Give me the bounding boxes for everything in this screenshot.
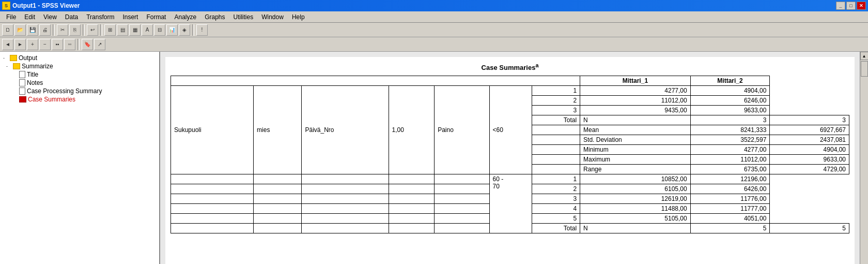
g2-m1-2: 6105,00 [580, 184, 691, 194]
model-button[interactable]: ◈ [179, 24, 190, 36]
goto-button[interactable]: ↗ [94, 39, 105, 50]
menu-analyze[interactable]: Analyze [170, 12, 200, 22]
tree-item-case-processing[interactable]: Case Processing Summary [2, 87, 157, 95]
title-bar-buttons[interactable]: _ □ ✕ [836, 2, 866, 10]
m2-3: 9633,00 [690, 106, 770, 115]
tree-item-title[interactable]: Title [2, 70, 157, 79]
paiva-cell: Päivä_Nro [302, 86, 389, 174]
tree-item-case-summaries[interactable]: Case Summaries [2, 95, 157, 104]
back-button[interactable]: ◄ [2, 39, 13, 50]
doc-icon [19, 79, 25, 86]
m1-2: 11012,00 [580, 96, 691, 106]
maximize-button[interactable]: □ [846, 2, 856, 10]
content-area: Case Summariesa Mittari_1 Mittari_2 Suku… [165, 57, 855, 264]
m1-3: 9435,00 [580, 106, 691, 115]
bookmark-button[interactable]: 🔖 [82, 39, 93, 50]
g2-m1-5: 5105,00 [580, 214, 691, 224]
chart-button[interactable]: 📊 [166, 24, 178, 36]
menu-view[interactable]: View [39, 12, 61, 22]
scroll-up-button[interactable]: ▲ [860, 52, 869, 60]
menu-insert[interactable]: Insert [118, 12, 142, 22]
m1-1: 4277,00 [580, 86, 691, 96]
menu-edit[interactable]: Edit [20, 12, 39, 22]
undo-button[interactable]: ↩ [87, 24, 98, 36]
tree-item-notes[interactable]: Notes [2, 79, 157, 87]
g2-m2-5: 4051,00 [690, 214, 770, 224]
close-button[interactable]: ✕ [857, 2, 866, 10]
copy-button[interactable]: ⎘ [69, 24, 81, 36]
hide-titles-button[interactable]: ▫▫ [64, 39, 75, 50]
empty-cell [532, 145, 580, 155]
draft-button[interactable]: ▤ [117, 24, 128, 36]
empty-cell [435, 204, 489, 214]
empty-cell [389, 194, 435, 204]
outline-button[interactable]: ▦ [129, 24, 141, 36]
empty-cell [302, 224, 389, 233]
stat-n: N [580, 115, 691, 125]
g2-stat-n: N [580, 224, 691, 233]
title-bar-left: S Output1 - SPSS Viewer [2, 2, 80, 10]
g2-m2-3: 11776,00 [690, 194, 770, 204]
menu-transform[interactable]: Transform [82, 12, 118, 22]
g2-m1-1: 10852,00 [580, 174, 691, 184]
sep4 [192, 24, 194, 36]
empty-cell [435, 224, 489, 233]
empty-paiva [302, 174, 389, 184]
menu-file[interactable]: File [2, 12, 20, 22]
collapse-button[interactable]: − [39, 39, 51, 50]
stat-stddev: Std. Deviation [580, 135, 691, 145]
menu-help[interactable]: Help [288, 12, 309, 22]
forward-button[interactable]: ► [14, 39, 26, 50]
empty-cell [435, 214, 489, 224]
menu-graphs[interactable]: Graphs [200, 12, 229, 22]
right-panel[interactable]: Case Summariesa Mittari_1 Mittari_2 Suku… [160, 52, 860, 264]
minimize-button[interactable]: _ [836, 2, 845, 10]
expand-button[interactable]: + [27, 39, 38, 50]
menu-data[interactable]: Data [61, 12, 82, 22]
exclaim-button[interactable]: ! [196, 24, 208, 36]
empty-cell [254, 184, 302, 194]
right-scrollbar[interactable]: ▲ [860, 52, 868, 264]
mies-cell: mies [254, 86, 302, 174]
g2-m2-4: 11777,00 [690, 204, 770, 214]
tree-item-output[interactable]: - Output [2, 54, 157, 62]
empty-cell [435, 194, 489, 204]
expand-placeholder [12, 89, 18, 94]
tree-item-summarize[interactable]: - Summarize [2, 62, 157, 70]
table-button[interactable]: ⊟ [154, 24, 165, 36]
empty-cell [389, 224, 435, 233]
show-titles-button[interactable]: ▪▪ [52, 39, 63, 50]
menu-utilities[interactable]: Utilities [229, 12, 258, 22]
case-summaries-table: Mittari_1 Mittari_2 Sukupuoli mies Päivä… [171, 76, 849, 233]
row-num-g2-1: 1 [532, 174, 580, 184]
save-button[interactable]: 💾 [27, 24, 38, 36]
print-button[interactable]: 🖨 [39, 24, 51, 36]
row-num-g2-3: 3 [532, 194, 580, 204]
g2-m1-4: 11488,00 [580, 204, 691, 214]
empty-cell [171, 214, 254, 224]
show-hide-button[interactable]: ⊞ [104, 24, 116, 36]
g2-total-label: Total [532, 224, 580, 233]
new-button[interactable]: 🗋 [2, 24, 13, 36]
empty-cell [302, 194, 389, 204]
toolbar-1: 🗋 📂 💾 🖨 ✂ ⎘ ↩ ⊞ ▤ ▦ A ⊟ 📊 ◈ ! [0, 23, 868, 37]
mean-m1: 8241,333 [690, 125, 770, 135]
left-panel: - Output - Summarize Title Notes Case Pr… [0, 52, 160, 264]
empty-cell [302, 204, 389, 214]
menu-window[interactable]: Window [257, 12, 288, 22]
expand-icon: - [6, 64, 11, 69]
row-total-label: Total [532, 115, 580, 125]
empty-cell [389, 184, 435, 194]
stat-max: Maximum [580, 155, 691, 165]
open-button[interactable]: 📂 [14, 24, 26, 36]
text-button[interactable]: A [142, 24, 153, 36]
cut-button[interactable]: ✂ [57, 24, 68, 36]
empty-cell [254, 194, 302, 204]
main-area: - Output - Summarize Title Notes Case Pr… [0, 52, 868, 264]
lt60-cell: <60 [489, 86, 532, 174]
max-m2: 9633,00 [770, 155, 849, 165]
scroll-thumb[interactable] [861, 61, 868, 77]
menu-format[interactable]: Format [142, 12, 170, 22]
empty-cell [389, 214, 435, 224]
paino-cell: Paino [435, 86, 489, 174]
